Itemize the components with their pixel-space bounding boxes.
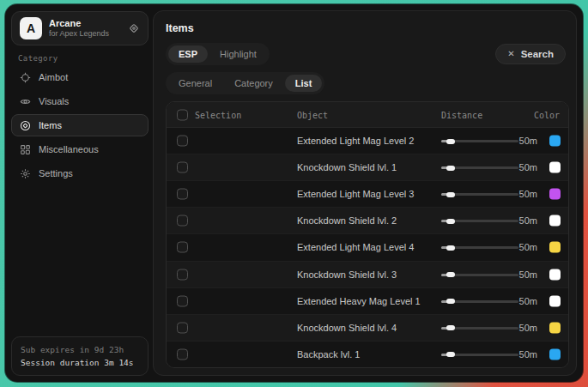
slider-thumb[interactable] [446,352,455,357]
mode-row: ESPHighlight ✕ Search [166,43,566,65]
color-swatch[interactable] [549,269,561,280]
table-row: Extended Heavy Mag Level 1 50m [167,287,568,314]
table-row: Extended Light Mag Level 3 50m [167,180,568,207]
row-checkbox[interactable] [177,322,188,333]
crosshair-icon [20,72,31,83]
tab-general[interactable]: General [168,75,222,92]
table-row: Backpack lvl. 1 50m [167,341,568,367]
view-row: GeneralCategoryList [166,72,324,94]
object-name: Knockdown Shield lvl. 3 [297,269,397,280]
category-label: Category [18,54,58,63]
distance-slider[interactable] [441,190,518,198]
grid-icon [20,144,31,155]
slider-thumb[interactable] [446,245,455,251]
session-duration-text: Session duration 3m 14s [21,356,139,369]
distance-slider[interactable] [441,324,518,332]
slider-thumb[interactable] [446,139,455,144]
search-button[interactable]: ✕ Search [495,44,566,64]
distance-value: 50m [519,242,537,252]
session-card: Sub expires in 9d 23h Session duration 3… [11,336,149,376]
select-all-checkbox[interactable] [177,109,188,120]
column-header-object: Object [297,110,328,119]
shield-icon[interactable] [128,22,140,34]
view-tabs: GeneralCategoryList [166,72,324,94]
distance-value: 50m [519,349,537,360]
color-swatch[interactable] [549,295,561,306]
slider-thumb[interactable] [446,219,455,224]
object-name: Backpack lvl. 1 [297,349,360,360]
object-name: Knockdown Shield lvl. 2 [297,215,397,226]
table-row: Knockdown Shield lvl. 1 50m [167,154,568,180]
sidebar-item-miscellaneous[interactable]: Miscellaneous [11,138,149,160]
color-swatch[interactable] [549,189,561,200]
eye-icon [20,96,31,107]
color-swatch[interactable] [549,162,561,173]
tab-highlight[interactable]: Highlight [209,45,267,63]
sidebar: A Arcane for Apex Legends Category Aimbo… [5,4,153,382]
distance-slider[interactable] [441,350,518,359]
sidebar-item-items[interactable]: Items [11,114,149,136]
table-row: Knockdown Shield lvl. 3 50m [167,261,568,287]
distance-value: 50m [519,269,537,280]
slider-thumb[interactable] [446,299,455,304]
row-checkbox[interactable] [177,189,188,200]
distance-slider[interactable] [441,216,518,225]
color-swatch[interactable] [549,215,561,227]
color-swatch[interactable] [549,242,561,253]
table-header-row: Selection Object Distance Color [167,102,568,128]
items-table: Selection Object Distance Color Extended… [166,101,569,368]
row-checkbox[interactable] [177,269,188,280]
distance-slider[interactable] [441,243,518,251]
distance-slider[interactable] [441,136,518,145]
distance-slider[interactable] [441,297,518,305]
color-swatch[interactable] [549,348,561,360]
slider-thumb[interactable] [446,272,455,277]
brand-text: Arcane for Apex Legends [49,18,121,39]
close-icon: ✕ [507,50,514,58]
brand-subtitle: for Apex Legends [49,29,121,39]
tab-esp[interactable]: ESP [168,45,208,63]
row-checkbox[interactable] [177,136,188,147]
gear-icon [20,168,31,179]
row-checkbox[interactable] [177,215,188,227]
object-name: Extended Light Mag Level 2 [297,136,414,146]
app-window: A Arcane for Apex Legends Category Aimbo… [5,4,583,382]
distance-slider[interactable] [441,270,518,279]
sidebar-item-settings[interactable]: Settings [11,162,149,184]
search-button-label: Search [521,49,554,59]
table-row: Knockdown Shield lvl. 2 50m [167,207,568,233]
distance-slider[interactable] [441,163,518,172]
slider-thumb[interactable] [446,166,455,171]
tab-list[interactable]: List [285,75,323,92]
slider-thumb[interactable] [446,325,455,330]
sidebar-item-visuals[interactable]: Visuals [11,90,149,112]
column-header-distance: Distance [441,110,482,119]
brand-title: Arcane [49,18,121,30]
color-swatch[interactable] [549,322,561,333]
distance-value: 50m [519,189,537,199]
main-panel: Items ESPHighlight ✕ Search GeneralCateg… [153,10,577,376]
sub-expiry-text: Sub expires in 9d 23h [21,343,139,356]
distance-value: 50m [519,215,537,226]
column-header-color: Color [534,110,560,119]
distance-value: 50m [519,296,537,306]
color-swatch[interactable] [549,136,561,147]
object-name: Knockdown Shield lvl. 1 [297,162,397,172]
tab-category[interactable]: Category [224,75,283,92]
sidebar-item-aimbot[interactable]: Aimbot [11,66,149,88]
slider-thumb[interactable] [446,192,455,197]
object-name: Extended Light Mag Level 4 [297,242,414,252]
object-name: Extended Light Mag Level 3 [297,189,414,199]
row-checkbox[interactable] [177,295,188,306]
sidebar-nav: Aimbot Visuals Items Miscellaneous Setti… [11,66,149,186]
row-checkbox[interactable] [177,348,188,360]
mode-tabs: ESPHighlight [166,43,270,65]
distance-value: 50m [519,162,537,172]
sidebar-item-label: Aimbot [39,72,68,82]
object-name: Knockdown Shield lvl. 4 [297,323,397,333]
object-name: Extended Heavy Mag Level 1 [297,296,421,306]
row-checkbox[interactable] [177,162,188,173]
brand-card: A Arcane for Apex Legends [11,11,149,45]
package-icon [20,120,31,131]
row-checkbox[interactable] [177,242,188,253]
